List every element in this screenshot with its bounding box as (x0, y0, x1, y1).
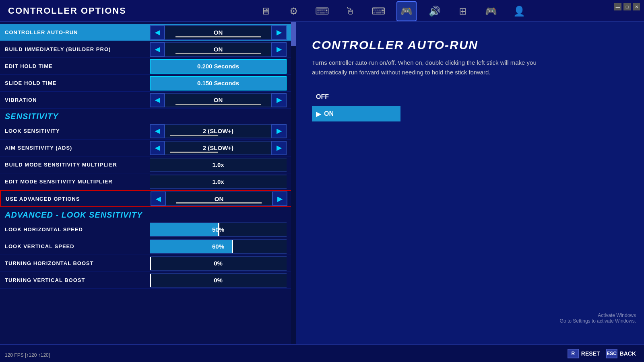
left-panel: CONTROLLER AUTO-RUN ◀ ON ▶ BUILD IMMEDIA… (0, 22, 296, 344)
controller-auto-run-row[interactable]: CONTROLLER AUTO-RUN ◀ ON ▶ (0, 24, 296, 41)
keyboard-icon[interactable]: ⌨ (312, 1, 332, 21)
edit-mode-label: EDIT MODE SENSITIVITY MULTIPLIER (5, 179, 150, 185)
title-bar: CONTROLLER OPTIONS 🖥⚙⌨🖱⌨🎮🔊⊞🎮👤 — □ ✕ (0, 0, 644, 22)
use-advanced-label: USE ADVANCED OPTIONS (6, 196, 151, 202)
audio-icon[interactable]: 🔊 (425, 1, 445, 21)
page-title: CONTROLLER OPTIONS (8, 6, 126, 16)
look-vert-bar[interactable]: 60% (150, 239, 287, 254)
vibration-control: ◀ ON ▶ (150, 92, 296, 108)
value-display-2: ON (165, 42, 271, 57)
window-controls[interactable]: — □ ✕ (614, 3, 640, 10)
look-sensitivity-label: LOOK SENSITIVITY (5, 128, 150, 134)
activate-windows: Activate Windows Go to Settings to activ… (560, 313, 636, 324)
maximize-button[interactable]: □ (623, 3, 631, 10)
turn-vert-row[interactable]: TURNING VERTICAL BOOST 0% (0, 272, 296, 289)
edit-hold-time-label: EDIT HOLD TIME (5, 63, 150, 69)
use-advanced-row[interactable]: USE ADVANCED OPTIONS ◀ ON ▶ (0, 190, 296, 207)
build-immediately-row[interactable]: BUILD IMMEDIATELY (BUILDER PRO) ◀ ON ▶ (0, 41, 296, 58)
slider-bar (175, 36, 260, 37)
slide-hold-time-row[interactable]: SLIDE HOLD TIME 0.150 Seconds (0, 75, 296, 92)
reset-label: RESET (581, 350, 600, 357)
look-horiz-row[interactable]: LOOK HORIZONTAL SPEED 50% (0, 221, 296, 238)
detail-description: Turns controller auto-run on/off. When o… (312, 58, 537, 77)
look-horiz-fill (150, 223, 218, 236)
adv-prev-btn[interactable]: ◀ (151, 191, 166, 206)
next-button-3[interactable]: ▶ (271, 93, 287, 107)
look-vert-control: 60% (150, 238, 296, 255)
aim-val: 2 (SLOW+) (165, 141, 271, 155)
option-off-label: OFF (316, 93, 329, 101)
mouse-icon[interactable]: 🖱 (340, 1, 360, 21)
aim-prev-btn[interactable]: ◀ (150, 141, 165, 155)
build-mode-row[interactable]: BUILD MODE SENSITIVITY MULTIPLIER 1.0x (0, 156, 296, 173)
toggle-adv: ◀ ON ▶ (151, 191, 287, 206)
back-button[interactable]: ESC BACK (606, 349, 636, 358)
controller-icon[interactable]: 🎮 (396, 1, 417, 21)
look-sensitivity-control: ◀ 2 (SLOW+) ▶ (150, 123, 296, 139)
monitor-icon[interactable]: 🖥 (256, 1, 276, 21)
activate-line2: Go to Settings to activate Windows. (560, 318, 636, 324)
activate-line1: Activate Windows (560, 313, 636, 318)
turn-horiz-bar[interactable]: 0% (150, 256, 287, 271)
turn-horiz-marker (150, 257, 151, 270)
controller-auto-run-control: ◀ ON ▶ (150, 24, 296, 41)
aim-next-btn[interactable]: ▶ (271, 141, 287, 155)
next-button-2[interactable]: ▶ (271, 42, 287, 57)
advanced-header: ADVANCED - LOOK SENSITIVITY (0, 207, 296, 221)
slide-hold-slider[interactable]: 0.150 Seconds (150, 76, 287, 90)
turn-horiz-row[interactable]: TURNING HORIZONTAL BOOST 0% (0, 255, 296, 272)
reset-button[interactable]: R RESET (568, 349, 600, 358)
aim-sensitivity-control: ◀ 2 (SLOW+) ▶ (150, 140, 296, 156)
fps-display: 120 FPS [↑120 ↑120] (5, 352, 50, 358)
slider-bar-2 (175, 53, 260, 54)
slide-hold-time-control: 0.150 Seconds (150, 75, 296, 91)
vibration-row[interactable]: VIBRATION ◀ ON ▶ (0, 92, 296, 109)
close-button[interactable]: ✕ (633, 3, 640, 10)
edit-mode-control: 1.0x (150, 173, 296, 190)
build-mode-label: BUILD MODE SENSITIVITY MULTIPLIER (5, 162, 150, 168)
aim-slider (170, 152, 218, 153)
option-off[interactable]: OFF (312, 89, 400, 105)
slider-bar-3 (175, 104, 260, 105)
value-display: ON (165, 25, 271, 40)
use-advanced-control: ◀ ON ▶ (151, 191, 295, 206)
look-horiz-control: 50% (150, 221, 296, 238)
vibration-label: VIBRATION (5, 97, 150, 103)
right-panel: CONTROLLER AUTO-RUN Turns controller aut… (296, 22, 644, 344)
edit-hold-time-row[interactable]: EDIT HOLD TIME 0.200 Seconds (0, 58, 296, 75)
grid-icon[interactable]: ⊞ (453, 1, 473, 21)
gamepad-icon[interactable]: 🎮 (481, 1, 501, 21)
minimize-button[interactable]: — (614, 3, 621, 10)
toggle-control-3: ◀ ON ▶ (150, 93, 287, 107)
adv-next-btn[interactable]: ▶ (272, 191, 287, 206)
gear-icon[interactable]: ⚙ (284, 1, 304, 21)
look-vert-marker (232, 240, 233, 253)
keyboard2-icon[interactable]: ⌨ (368, 1, 388, 21)
edit-mode-val: 1.0x (150, 175, 287, 189)
reset-key: R (568, 349, 579, 358)
turn-vert-bar[interactable]: 0% (150, 273, 287, 288)
user-icon[interactable]: 👤 (509, 1, 529, 21)
edit-mode-row[interactable]: EDIT MODE SENSITIVITY MULTIPLIER 1.0x (0, 173, 296, 190)
aim-sensitivity-row[interactable]: AIM SENSITIVITY (ADS) ◀ 2 (SLOW+) ▶ (0, 140, 296, 156)
option-on[interactable]: ▶ ON (312, 106, 400, 121)
look-sensitivity-row[interactable]: LOOK SENSITIVITY ◀ 2 (SLOW+) ▶ (0, 123, 296, 140)
prev-button-3[interactable]: ◀ (150, 93, 165, 107)
edit-hold-time-control: 0.200 Seconds (150, 58, 296, 74)
scrollbar-thumb[interactable] (291, 22, 296, 46)
scrollbar[interactable] (291, 22, 296, 344)
prev-button[interactable]: ◀ (150, 25, 165, 40)
build-mode-val: 1.0x (150, 158, 287, 172)
look-prev-btn[interactable]: ◀ (150, 124, 165, 138)
option-on-label: ON (324, 110, 334, 117)
sensitivity-header: SENSITIVITY (0, 109, 296, 123)
look-next-btn[interactable]: ▶ (271, 124, 287, 138)
detail-title: CONTROLLER AUTO-RUN (312, 38, 628, 52)
look-horiz-bar[interactable]: 50% (150, 222, 287, 237)
value-display-3: ON (165, 93, 271, 107)
next-button[interactable]: ▶ (271, 25, 287, 40)
prev-button-2[interactable]: ◀ (150, 42, 165, 57)
look-vert-row[interactable]: LOOK VERTICAL SPEED 60% (0, 238, 296, 255)
back-key: ESC (606, 349, 617, 358)
edit-hold-slider[interactable]: 0.200 Seconds (150, 59, 287, 74)
